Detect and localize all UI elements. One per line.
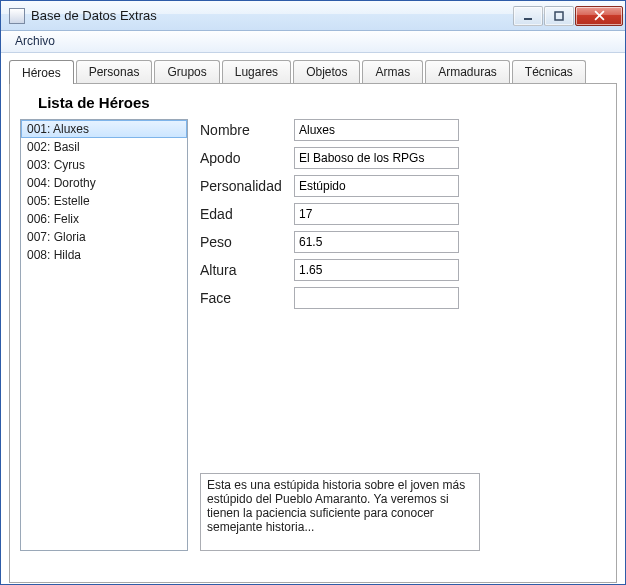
label-personalidad: Personalidad (200, 178, 294, 194)
window-title: Base de Datos Extras (31, 8, 513, 23)
svg-rect-0 (524, 18, 532, 20)
list-item[interactable]: 003: Cyrus (21, 156, 187, 174)
label-apodo: Apodo (200, 150, 294, 166)
minimize-button[interactable] (513, 6, 543, 26)
input-personalidad[interactable] (294, 175, 459, 197)
menubar: Archivo (1, 31, 625, 53)
hero-form: Nombre Apodo Personalidad Edad Peso Altu… (200, 119, 606, 551)
input-face[interactable] (294, 287, 459, 309)
tab-personas[interactable]: Personas (76, 60, 153, 84)
tab-lugares[interactable]: Lugares (222, 60, 291, 84)
maximize-button[interactable] (544, 6, 574, 26)
tab-heroes[interactable]: Héroes (9, 60, 74, 84)
tab-objetos[interactable]: Objetos (293, 60, 360, 84)
input-peso[interactable] (294, 231, 459, 253)
tab-armaduras[interactable]: Armaduras (425, 60, 510, 84)
list-item[interactable]: 005: Estelle (21, 192, 187, 210)
titlebar: Base de Datos Extras (1, 1, 625, 31)
menu-archivo[interactable]: Archivo (5, 31, 65, 52)
label-peso: Peso (200, 234, 294, 250)
tab-armas[interactable]: Armas (362, 60, 423, 84)
close-button[interactable] (575, 6, 623, 26)
list-item[interactable]: 007: Gloria (21, 228, 187, 246)
tab-tecnicas[interactable]: Técnicas (512, 60, 586, 84)
tab-grupos[interactable]: Grupos (154, 60, 219, 84)
app-icon (9, 8, 25, 24)
input-edad[interactable] (294, 203, 459, 225)
window-buttons (513, 6, 623, 26)
svg-rect-1 (555, 12, 563, 20)
list-heading: Lista de Héroes (10, 84, 616, 119)
input-altura[interactable] (294, 259, 459, 281)
list-item[interactable]: 006: Felix (21, 210, 187, 228)
list-item[interactable]: 008: Hilda (21, 246, 187, 264)
tabstrip: Héroes Personas Grupos Lugares Objetos A… (1, 53, 625, 83)
content-panel: Lista de Héroes 001: Aluxes 002: Basil 0… (9, 83, 617, 583)
input-apodo[interactable] (294, 147, 459, 169)
list-item[interactable]: 002: Basil (21, 138, 187, 156)
label-face: Face (200, 290, 294, 306)
list-item[interactable]: 001: Aluxes (21, 120, 187, 138)
description-textarea[interactable] (200, 473, 480, 551)
label-nombre: Nombre (200, 122, 294, 138)
label-edad: Edad (200, 206, 294, 222)
label-altura: Altura (200, 262, 294, 278)
hero-listbox[interactable]: 001: Aluxes 002: Basil 003: Cyrus 004: D… (20, 119, 188, 551)
input-nombre[interactable] (294, 119, 459, 141)
list-item[interactable]: 004: Dorothy (21, 174, 187, 192)
